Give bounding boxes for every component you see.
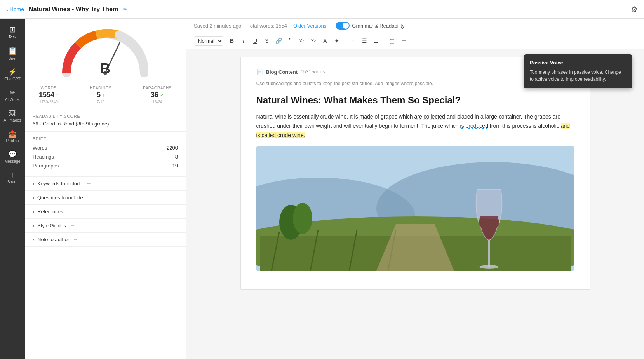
expand-questions-arrow: › bbox=[33, 195, 34, 200]
expand-questions[interactable]: › Questions to include bbox=[25, 191, 186, 205]
gauge-section: B bbox=[25, 19, 186, 81]
headings-count: 5 bbox=[97, 91, 101, 99]
readability-value: 66 - Good to Read (8th-9th grade) bbox=[33, 121, 178, 127]
stats-row: WORDS 1554 ↑ 1760-2640 HEADINGS 5 ↑ 7-10… bbox=[25, 81, 186, 109]
readability-section: READABILITY SCORE 66 - Good to Read (8th… bbox=[25, 109, 186, 132]
passive-collected: are collected bbox=[414, 113, 445, 120]
sidebar-item-chatgpt[interactable]: ⚡ ChatGPT bbox=[0, 64, 25, 85]
insert-image-button[interactable]: ⬚ bbox=[386, 35, 397, 46]
quote-button[interactable]: " bbox=[285, 35, 296, 46]
words-stat: WORDS 1554 ↑ 1760-2640 bbox=[39, 86, 58, 104]
brief-section: BRIEF Words 2200 Headings 8 Paragraphs 1… bbox=[25, 132, 186, 177]
sidebar-item-ai-writer[interactable]: ✏ AI Writer bbox=[0, 85, 25, 106]
formatting-toolbar: Normal B I U S 🔗 " X2 X2 A ✦ ≡ ☰ ≣ ⬚ ▭ bbox=[186, 33, 644, 49]
link-button[interactable]: 🔗 bbox=[273, 35, 284, 46]
chevron-left-icon: ‹ bbox=[6, 6, 8, 12]
sidebar-item-publish-label: Publish bbox=[6, 139, 19, 143]
settings-icon[interactable]: ⚙ bbox=[631, 5, 638, 14]
editor-inner: 📄 Blog Content 1531 words Use subheading… bbox=[240, 57, 590, 290]
brief-words-value: 2200 bbox=[167, 145, 178, 151]
highlight-phrase: and is called crude wine. bbox=[256, 123, 570, 138]
sidebar-item-publish[interactable]: 📤 Publish bbox=[0, 126, 25, 147]
expand-note-label: Note to author bbox=[37, 237, 69, 242]
subscript-button[interactable]: X2 bbox=[296, 35, 307, 46]
sidebar-item-chatgpt-label: ChatGPT bbox=[4, 77, 21, 81]
brief-words-label: Words bbox=[33, 145, 47, 151]
panel-toggle[interactable]: ‹ bbox=[186, 181, 186, 197]
words-range: 1760-2640 bbox=[39, 100, 58, 104]
expand-keywords[interactable]: › Keywords to include ✏ bbox=[25, 177, 186, 191]
expand-note-to-author[interactable]: › Note to author ✏ bbox=[25, 233, 186, 247]
text-color-button[interactable]: A bbox=[320, 35, 331, 46]
toolbar-separator-2 bbox=[384, 37, 384, 45]
style-guides-edit-icon[interactable]: ✏ bbox=[71, 223, 74, 228]
expand-style-guides[interactable]: › Style Guides ✏ bbox=[25, 219, 186, 233]
indent-button[interactable]: ≣ bbox=[371, 35, 381, 46]
brief-headings-label: Headings bbox=[33, 154, 54, 160]
page-title: Natural Wines - Why Try Them bbox=[29, 6, 118, 13]
brief-title: BRIEF bbox=[33, 136, 178, 141]
sidebar-item-ai-images[interactable]: 🖼 AI Images bbox=[0, 106, 25, 126]
headings-range: 7-10 bbox=[97, 100, 104, 104]
passive-tooltip-title: Passive Voice bbox=[530, 60, 626, 66]
ordered-list-button[interactable]: ≡ bbox=[347, 35, 358, 46]
article-title[interactable]: Natural Wines: What Makes Them So Specia… bbox=[256, 94, 574, 106]
sidebar-item-task[interactable]: ⊞ Task bbox=[0, 22, 25, 43]
editor-meta-bar: Saved 2 minutes ago Total words: 1554 Ol… bbox=[186, 19, 644, 33]
older-versions-link[interactable]: Older Versions bbox=[293, 23, 326, 29]
toggle-thumb bbox=[343, 23, 349, 29]
toolbar-separator-1 bbox=[345, 37, 345, 45]
passive-voice-tooltip: Passive Voice Too many phrases in passiv… bbox=[524, 54, 632, 88]
brief-icon: 📋 bbox=[8, 47, 17, 55]
words-arrow-icon: ↑ bbox=[56, 92, 58, 98]
highlight-button[interactable]: ✦ bbox=[331, 35, 342, 46]
paragraphs-stat-label: PARAGRAPHS bbox=[143, 86, 172, 90]
expand-questions-label: Questions to include bbox=[37, 195, 83, 200]
superscript-button[interactable]: X2 bbox=[308, 35, 319, 46]
sidebar-item-share[interactable]: ↑ Share bbox=[0, 167, 25, 188]
grammar-toggle[interactable]: Grammar & Readability bbox=[336, 22, 404, 30]
home-link[interactable]: ‹ Home bbox=[6, 6, 24, 12]
blog-content-label: Blog Content bbox=[266, 69, 298, 75]
sidebar-item-ai-writer-label: AI Writer bbox=[5, 98, 20, 102]
publish-icon: 📤 bbox=[8, 130, 17, 137]
style-select[interactable]: Normal bbox=[194, 36, 223, 46]
sidebar-item-message[interactable]: 💬 Message bbox=[0, 147, 25, 167]
words-count: 1554 bbox=[39, 91, 54, 99]
unordered-list-button[interactable]: ☰ bbox=[359, 35, 370, 46]
grammar-readability-label: Grammar & Readability bbox=[352, 23, 404, 29]
home-label: Home bbox=[10, 6, 24, 12]
toggle-track[interactable] bbox=[336, 22, 350, 30]
paragraphs-stat: PARAGRAPHS 36 ✓ 16-24 bbox=[143, 86, 172, 104]
stat-divider-1 bbox=[74, 86, 74, 104]
words-stat-label: WORDS bbox=[41, 86, 57, 90]
article-paragraph[interactable]: Natural wine is essentially crude wine. … bbox=[256, 112, 574, 140]
paragraphs-range: 16-24 bbox=[152, 100, 162, 104]
expand-references[interactable]: › References bbox=[25, 205, 186, 219]
stat-divider-2 bbox=[127, 86, 127, 104]
saved-status: Saved 2 minutes ago bbox=[194, 23, 241, 29]
expand-style-guides-label: Style Guides bbox=[37, 223, 66, 228]
wine-image bbox=[256, 146, 574, 271]
edit-title-icon[interactable]: ✏ bbox=[123, 6, 127, 12]
bold-button[interactable]: B bbox=[226, 35, 237, 46]
insert-table-button[interactable]: ▭ bbox=[398, 35, 409, 46]
blog-content-icon: 📄 bbox=[256, 69, 263, 75]
brief-paragraphs-row: Paragraphs 19 bbox=[33, 163, 178, 169]
svg-rect-14 bbox=[488, 240, 490, 267]
editor-scroll[interactable]: 📄 Blog Content 1531 words Use subheading… bbox=[186, 49, 644, 359]
keywords-edit-icon[interactable]: ✏ bbox=[87, 181, 91, 186]
sidebar-item-message-label: Message bbox=[5, 159, 21, 164]
italic-button[interactable]: I bbox=[238, 35, 249, 46]
strikethrough-button[interactable]: S bbox=[261, 35, 272, 46]
sidebar-item-ai-images-label: AI Images bbox=[3, 118, 21, 122]
brief-headings-row: Headings 8 bbox=[33, 154, 178, 160]
paragraphs-check-icon: ✓ bbox=[160, 92, 164, 98]
headings-arrow-icon: ↑ bbox=[102, 92, 104, 98]
sidebar-item-brief[interactable]: 📋 Brief bbox=[0, 43, 25, 64]
chatgpt-icon: ⚡ bbox=[8, 68, 17, 75]
ai-writer-icon: ✏ bbox=[10, 89, 16, 96]
gauge-graphic: B bbox=[59, 26, 152, 77]
note-edit-icon[interactable]: ✏ bbox=[74, 237, 77, 242]
underline-button[interactable]: U bbox=[250, 35, 261, 46]
